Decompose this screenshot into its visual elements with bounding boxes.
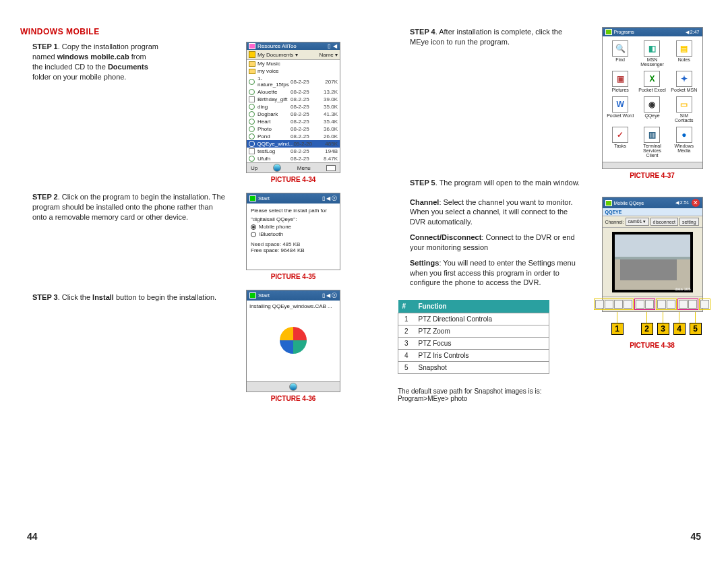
picture-4-34: Resource AllToo▯ ◀ My Documents ▾Name ▾ … — [246, 42, 340, 173]
picture-4-38: Mobile QQeye◀ 2:51✕ QQEYE Channel: cam01… — [602, 197, 703, 312]
save-path-note: The default save path for Snapshot image… — [398, 387, 583, 402]
page-number-right: 45 — [690, 531, 701, 542]
step-3: STEP 3. Click the Install button to begi… — [20, 292, 229, 303]
step-1: STEP 1. Copy the installation program na… — [20, 42, 229, 82]
step-2: STEP 2. Click on the program to begin th… — [20, 192, 229, 222]
caption-4-34: PICTURE 4-34 — [271, 176, 316, 183]
caption-4-36: PICTURE 4-36 — [271, 395, 316, 402]
function-table: #Function 1PTZ Directional Controla 2PTZ… — [398, 300, 549, 374]
caption-4-37: PICTURE 4-37 — [630, 172, 675, 179]
picture-4-37: Programs◀ 2:47 🔍Find◧MSN Messenger▤Notes… — [602, 27, 703, 169]
section-title: WINDOWS MOBILE — [20, 27, 344, 36]
caption-4-35: PICTURE 4-35 — [271, 273, 316, 280]
step-4: STEP 4. After installation is complete, … — [398, 27, 583, 47]
channel-select[interactable]: cam01 ▾ — [626, 218, 649, 226]
picture-4-36: Start▯ ◀ ⓧ Installing QQEye_windows.CAB … — [246, 290, 340, 392]
desc-settings: Settings: You will need to enter the Set… — [398, 258, 583, 288]
picture-4-35: Start▯ ◀ ⓧ Please select the install pat… — [246, 193, 340, 270]
step-5: STEP 5. The program will open to the mai… — [398, 178, 583, 188]
callout-numbers: 1 2 3 4 5 — [602, 312, 703, 339]
setting-button[interactable]: setting — [679, 218, 699, 226]
desc-channel: Channel: Select the channel you want to … — [398, 197, 583, 228]
page-number-left: 44 — [27, 531, 38, 542]
caption-4-38: PICTURE 4-38 — [630, 342, 675, 349]
disconnect-button[interactable]: disconnect — [650, 218, 678, 226]
desc-connect: Connect/Disconnect: Connect to the DVR o… — [398, 232, 583, 253]
